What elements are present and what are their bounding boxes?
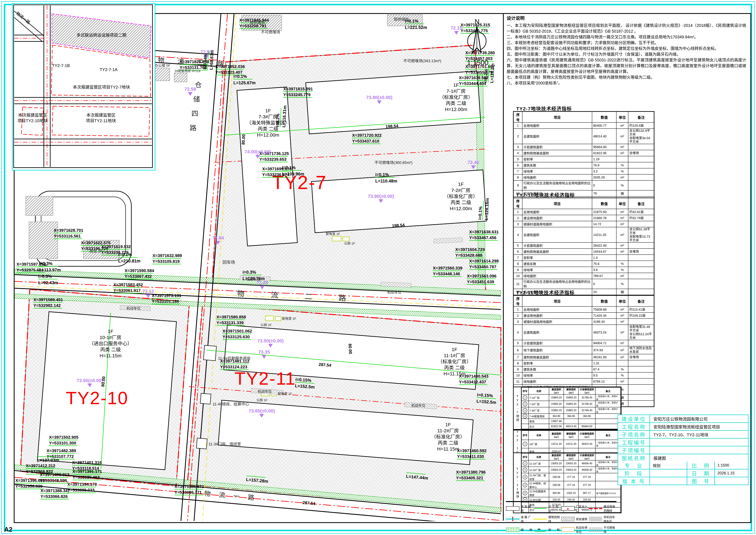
svg-text:X=3971482.389: X=3971482.389 (46, 448, 76, 453)
table-row: 7绿地率3.2 % (513, 168, 654, 174)
legend-swatch-icon (506, 527, 519, 532)
table-row: 总计61822.0648014.40 95664.00 (521, 424, 621, 429)
design-note: 四、图中所注坐标：为道路中心线坐标及用地红线转折点坐标，建筑定位坐标为外墙皮坐标… (507, 45, 746, 51)
svg-text:Y=533405.321: Y=533405.321 (456, 475, 483, 480)
svg-text:X=3971590.584: X=3971590.584 (125, 268, 154, 273)
svg-text:Y=532956.039: Y=532956.039 (15, 484, 42, 489)
svg-text:Y=533451.639: Y=533451.639 (467, 279, 494, 284)
plan-text-label: 公厕 1F (344, 242, 355, 245)
svg-text:H=12.00m: H=12.00m (445, 107, 467, 112)
inset-ty2-11-label-1: 本次报建监管区 (86, 113, 116, 118)
legend-item: 现状建筑 (561, 515, 589, 523)
svg-text:73.80(±0.00): 73.80(±0.00) (366, 95, 392, 100)
plan-text-label: 四 (191, 110, 198, 117)
svg-text:X=3971501.062: X=3971501.062 (222, 329, 252, 333)
svg-text:X=3971614.298: X=3971614.298 (469, 259, 499, 264)
plan-text-label: 机动车位 (258, 389, 272, 393)
svg-text:Y=533131.339: Y=533131.339 (216, 320, 244, 325)
existing-building (26, 196, 53, 215)
svg-text:H=12.00m: H=12.00m (450, 206, 472, 211)
table-row: 2总建筑面积48014.40 m²含公厕132.9平方米 含配电室34.04平方… (513, 128, 654, 144)
legend-label: 不可燃堆场 (603, 525, 617, 534)
inset-ty2-10-label-2: 项目TY2-10地块 (17, 118, 48, 123)
title-block-value: 报建图 (650, 454, 748, 462)
svg-text:73.90(±0.00): 73.90(±0.00) (368, 194, 394, 199)
svg-text:1F: 1F (265, 108, 271, 113)
svg-text:X=3971480.543: X=3971480.543 (459, 374, 489, 379)
title-block-value: 1:1500 (715, 462, 748, 469)
plan-text-label: 机动车位 (411, 404, 425, 408)
legend-label: 机动车停车位 (576, 525, 589, 534)
plan-text-label: 配电室 1F (278, 392, 292, 396)
svg-text:i=0.1%: i=0.1% (282, 165, 295, 170)
legend-swatch-icon (534, 517, 547, 521)
table-row: 4 11-4#磅房、结算中心238.58477.16 477.16 (521, 481, 621, 489)
table-row: 3城镇村道路用地面积4189.34 m² (513, 319, 654, 325)
title-block-value (650, 469, 687, 477)
title-block-row: 子项编号 (618, 446, 748, 454)
table-title-ty2-10: TY2-10地块技术经济指标 (516, 191, 575, 198)
svg-text:i=0.3%: i=0.3% (38, 274, 52, 279)
plan-text-label: 11-4#磅房、结算中心 (212, 402, 249, 406)
svg-text:X=3971380.796: X=3971380.796 (456, 470, 486, 474)
coordinate-label: X=3971573.131 Y=533101.186 (152, 293, 181, 304)
legend-item: 建设用地范围线 (589, 504, 617, 513)
title-block-value: 安阳陆港型国家物流枢纽监管区项目 (650, 423, 748, 430)
svg-text:H=11.15m: H=11.15m (437, 446, 459, 452)
title-block-label: 图 号 (687, 477, 715, 485)
title-block-value (715, 477, 748, 485)
svg-text:Y=533124.223: Y=533124.223 (220, 364, 247, 369)
svg-text:L=221.52m: L=221.52m (405, 25, 427, 30)
svg-text:L=109.96m: L=109.96m (282, 172, 304, 177)
legend-item: 不可燃堆场 (589, 525, 617, 534)
legend-label: 建设用地范围线 (603, 504, 617, 513)
svg-text:L=128.16m: L=128.16m (484, 198, 490, 220)
legend-label: 建筑控制线 (548, 515, 561, 523)
plan-scale: 1:1500 (467, 59, 489, 67)
svg-text:L=110.48m: L=110.48m (375, 179, 397, 183)
svg-text:Y=533428.688: Y=533428.688 (455, 253, 483, 258)
design-note: 七、本项目建（构）筑物火灾危险性类别见平面图，地块内建筑物耐火等级为二级。 (507, 74, 746, 80)
svg-text:X=3971386.871: X=3971386.871 (175, 484, 204, 489)
table-row: 3 7-3#厂房15883.2015883.20 31766.40一层层高8.2… (521, 407, 621, 414)
dimension-value: 287.54 (319, 362, 332, 368)
plan-text-label: 回车场 (222, 260, 235, 265)
svg-text:72.15: 72.15 (451, 25, 462, 31)
building-table-group-label: TY2-7地块 (514, 387, 521, 429)
legend-label: 道 路 广 场 (521, 515, 534, 523)
toilet-11a (266, 316, 273, 321)
svg-text:X=3971391.171: X=3971391.171 (72, 469, 102, 474)
svg-text:Y=533101.300: Y=533101.300 (49, 441, 76, 445)
existing-building (29, 222, 58, 259)
table-title-ty2-11: TY2-11地块技术经济指标 (516, 289, 574, 296)
table-row: 1总用地面积21875.50 m²约32.81亩 (513, 209, 654, 215)
svg-text:Y=533245.779: Y=533245.779 (283, 92, 311, 97)
plan-text-label: 公厕 1F (256, 398, 267, 402)
title-block-value (650, 446, 748, 454)
legend-swatch-icon (589, 506, 602, 511)
svg-text:X=3971406.313: X=3971406.313 (40, 472, 69, 477)
svg-text:Y=533061.917: Y=533061.917 (113, 288, 141, 293)
title-block-label: 子项编号 (618, 446, 650, 454)
table-row: 4建构筑物基底面积61822.06 m²含堆场 (513, 150, 654, 156)
svg-text:X=3971460.592: X=3971460.592 (457, 448, 487, 453)
table-row: 10绿地率9.5 % (513, 372, 654, 379)
svg-text:7-2#厂房: 7-2#厂房 (451, 187, 470, 193)
design-note: 三、本规划考虑经营及配套设施不同功能和要求；力求做到功能分区明确，互不干扰。 (507, 40, 746, 45)
table-row: 1 11-1#厂房23003.2023003.20 46006.40一层层高8.… (521, 460, 621, 467)
inset-phase2-label: 多式联运转运设施项目二期 (76, 33, 126, 38)
svg-text:X=3971604.729: X=3971604.729 (455, 247, 485, 252)
title-block-row: 子项名称 TY2-7、TY2-10、TY2-11地块 (618, 431, 748, 438)
svg-text:i=0.2%: i=0.2% (483, 69, 489, 83)
design-note: 二、本地块位于汤阴县万庄公铁物流园仓储四路与物流一路交叉口东北角。项目建设总用地… (507, 34, 746, 40)
svg-text:X=3971401.316: X=3971401.316 (72, 460, 101, 465)
title-block-pair-row: 版 本 号 图 号 (618, 477, 748, 485)
svg-text:i=0.2%: i=0.2% (275, 113, 280, 127)
svg-text:11-2#厂房: 11-2#厂房 (437, 428, 459, 433)
table-row: 4总建筑面积48373.24 m²含配电室31.46平方米 含公厕512.24平… (513, 325, 654, 340)
svg-text:Y=533437.610: Y=533437.610 (352, 139, 379, 143)
table-row: 2 11-2#厂房23003.2023003.20 46006.40一层层高8.… (521, 467, 621, 473)
design-note: 六、图中建筑高度依据《民用建筑通用规范》GB 55031-2022进行标注。平屋… (507, 57, 746, 74)
table-row: 3城镇村道路用地面积14.72 m² (513, 221, 654, 227)
svg-text:i=0.1%: i=0.1% (375, 172, 389, 177)
